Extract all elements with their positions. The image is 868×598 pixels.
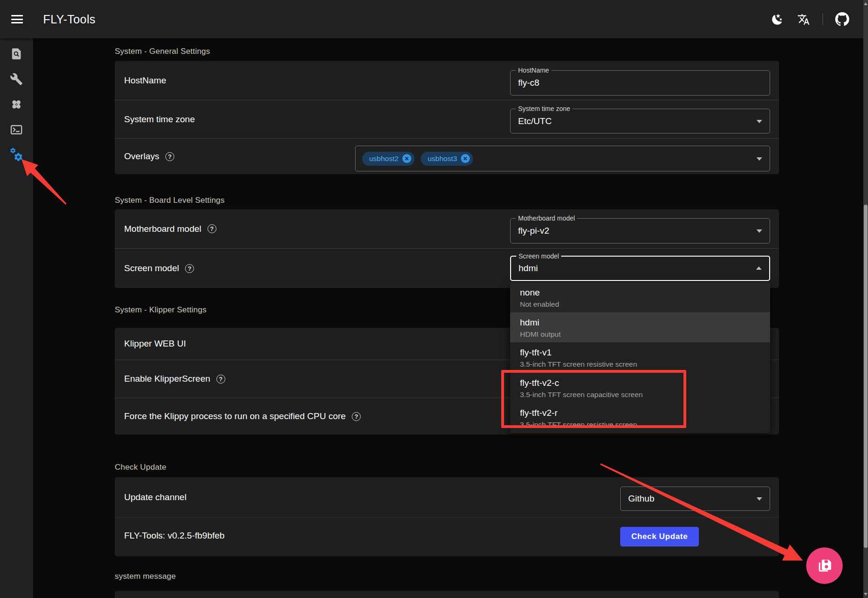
- scrollbar-down-arrow[interactable]: [864, 593, 868, 596]
- chevron-down-icon: [757, 229, 762, 233]
- overlays-chips-input[interactable]: usbhost2 usbhost3: [355, 146, 770, 171]
- save-all-icon: [816, 557, 833, 575]
- translate-icon[interactable]: [796, 12, 810, 26]
- save-all-fab-button[interactable]: [806, 547, 843, 584]
- screen-model-select[interactable]: Screen model hdmi: [510, 256, 770, 281]
- chevron-up-icon: [756, 266, 762, 270]
- hostname-input[interactable]: HostName fly-c8: [510, 70, 770, 96]
- overlay-chip[interactable]: usbhost2: [362, 152, 415, 166]
- section-heading-update: Check Update: [115, 463, 166, 472]
- appbar-divider: [823, 13, 823, 25]
- sidebar-item-system-settings[interactable]: [0, 142, 33, 168]
- chevron-down-icon: [757, 497, 762, 501]
- section-heading-system-message: system message: [115, 572, 176, 581]
- overlays-help-icon[interactable]: [165, 152, 174, 161]
- card-system-message: [115, 591, 779, 598]
- sidebar-item-terminal[interactable]: [0, 117, 33, 142]
- screen-field-label: Screen model: [516, 252, 561, 260]
- update-channel-value: Github: [628, 494, 654, 504]
- scrollbar-thumb[interactable]: [864, 205, 868, 548]
- fly-tools-version-text: FLY-Tools: v0.2.5-fb9bfeb: [124, 531, 224, 541]
- menu-icon[interactable]: [11, 15, 23, 23]
- chip-close-icon[interactable]: [461, 154, 470, 163]
- motherboard-field-label: Motherboard model: [516, 214, 577, 222]
- klipperscreen-help-icon[interactable]: [216, 375, 225, 384]
- section-heading-general: System - General Settings: [115, 47, 210, 56]
- motherboard-help-icon[interactable]: [208, 224, 216, 233]
- overlays-row-label: Overlays: [124, 151, 174, 162]
- row-divider: [115, 517, 779, 518]
- section-heading-board: System - Board Level Settings: [115, 196, 224, 205]
- motherboard-select[interactable]: Motherboard model fly-pi-v2: [510, 218, 770, 244]
- screen-model-dropdown-menu: none Not enabled hdmi HDMI output fly-tf…: [510, 282, 770, 433]
- screen-row-label: Screen model: [124, 263, 194, 273]
- github-icon[interactable]: [835, 12, 849, 26]
- dark-mode-moon-icon[interactable]: [770, 12, 784, 26]
- timezone-row-label: System time zone: [124, 114, 195, 125]
- chip-close-icon[interactable]: [402, 154, 411, 163]
- chevron-down-icon: [757, 157, 762, 161]
- sidebar-item-tools[interactable]: [0, 66, 33, 92]
- klippy-cpu-help-icon[interactable]: [352, 412, 361, 421]
- klipperscreen-row-label: Enable KlipperScreen: [124, 374, 225, 384]
- option-fly-tft-v1[interactable]: fly-tft-v1 3.5-inch TFT screen resistive…: [510, 342, 770, 373]
- option-fly-tft-v2-r[interactable]: fly-tft-v2-r 3.5-inch TFT screen resisti…: [510, 403, 770, 433]
- sidebar-item-patches[interactable]: [0, 92, 33, 117]
- timezone-select[interactable]: System time zone Etc/UTC: [510, 109, 770, 133]
- section-heading-klipper: System - Klipper Settings: [115, 305, 207, 315]
- hostname-value: fly-c8: [518, 78, 539, 88]
- motherboard-row-label: Motherboard model: [124, 224, 216, 234]
- app-title: FLY-Tools: [43, 13, 96, 26]
- overlay-chip[interactable]: usbhost3: [421, 152, 473, 166]
- page-scrollbar[interactable]: [863, 0, 868, 598]
- screen-value: hdmi: [519, 263, 538, 273]
- option-fly-tft-v2-c[interactable]: fly-tft-v2-c 3.5-inch TFT screen capacit…: [510, 373, 770, 403]
- klippy-cpu-row-label: Force the Klippy process to run on a spe…: [124, 411, 361, 421]
- app-bar: FLY-Tools: [0, 0, 863, 38]
- sidebar-item-file-search[interactable]: [0, 41, 33, 66]
- check-update-button[interactable]: Check Update: [620, 527, 699, 546]
- hostname-field-label: HostName: [516, 66, 551, 74]
- hostname-row-label: HostName: [124, 75, 166, 86]
- option-hdmi-selected[interactable]: hdmi HDMI output: [510, 312, 770, 342]
- motherboard-value: fly-pi-v2: [518, 226, 549, 236]
- scrollbar-up-arrow[interactable]: [864, 2, 868, 5]
- sidebar-nav: [0, 38, 33, 598]
- screen-help-icon[interactable]: [185, 264, 194, 273]
- timezone-field-label: System time zone: [516, 105, 572, 113]
- timezone-value: Etc/UTC: [518, 116, 552, 126]
- fly-tools-settings-page: FLY-Tools: [0, 0, 868, 598]
- update-channel-select[interactable]: Github: [620, 487, 770, 511]
- chevron-down-icon: [757, 120, 762, 123]
- option-none[interactable]: none Not enabled: [510, 282, 770, 312]
